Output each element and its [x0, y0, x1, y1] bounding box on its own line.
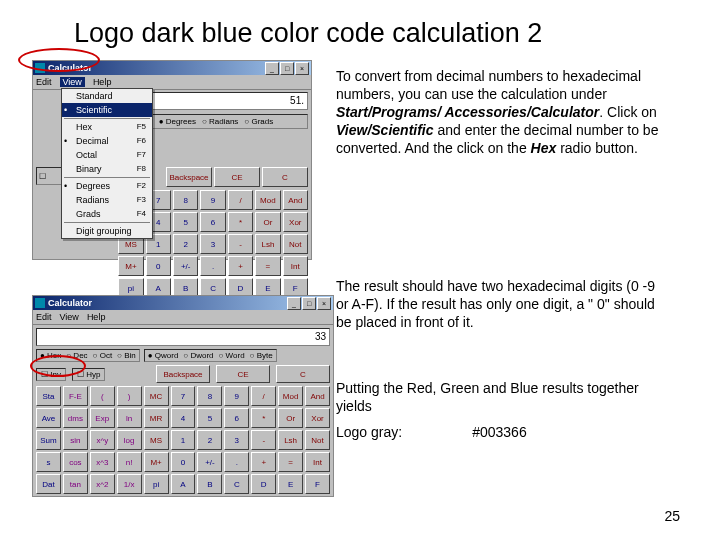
radio-qword[interactable]: Qword: [148, 351, 179, 360]
key-Xor[interactable]: Xor: [283, 212, 308, 232]
menu-item-decimal[interactable]: •DecimalF6: [62, 134, 152, 148]
close-icon[interactable]: ×: [295, 62, 309, 75]
key-1/x[interactable]: 1/x: [117, 474, 142, 494]
key-Int[interactable]: Int: [305, 452, 330, 472]
key-A[interactable]: A: [171, 474, 196, 494]
key-3[interactable]: 3: [224, 430, 249, 450]
key-C[interactable]: C: [224, 474, 249, 494]
maximize-icon[interactable]: □: [280, 62, 294, 75]
key-/[interactable]: /: [251, 386, 276, 406]
key-F[interactable]: F: [305, 474, 330, 494]
key-Lsh[interactable]: Lsh: [255, 234, 280, 254]
key-=[interactable]: =: [278, 452, 303, 472]
key-Exp[interactable]: Exp: [90, 408, 115, 428]
key-9[interactable]: 9: [224, 386, 249, 406]
radio-oct[interactable]: Oct: [93, 351, 113, 360]
key-x^3[interactable]: x^3: [90, 452, 115, 472]
key-/[interactable]: /: [228, 190, 253, 210]
key-cos[interactable]: cos: [63, 452, 88, 472]
key-E[interactable]: E: [278, 474, 303, 494]
key-7[interactable]: 7: [171, 386, 196, 406]
key-*[interactable]: *: [228, 212, 253, 232]
key-3[interactable]: 3: [200, 234, 225, 254]
ce-button[interactable]: CE: [214, 167, 260, 187]
backspace-button[interactable]: Backspace: [166, 167, 212, 187]
radio-dword[interactable]: Dword: [183, 351, 213, 360]
key-0[interactable]: 0: [146, 256, 171, 276]
key-Ave[interactable]: Ave: [36, 408, 61, 428]
menu-edit[interactable]: Edit: [36, 77, 52, 87]
radio-bin[interactable]: Bin: [117, 351, 136, 360]
menu-help[interactable]: Help: [93, 77, 112, 87]
key-*[interactable]: *: [251, 408, 276, 428]
menu-item-digit-grouping[interactable]: Digit grouping: [62, 224, 152, 238]
key-)[interactable]: ): [117, 386, 142, 406]
key-M+[interactable]: M+: [118, 256, 143, 276]
key-6[interactable]: 6: [224, 408, 249, 428]
key-Int[interactable]: Int: [283, 256, 308, 276]
key-1[interactable]: 1: [171, 430, 196, 450]
menu-view[interactable]: View: [60, 77, 85, 87]
close-icon[interactable]: ×: [317, 297, 331, 310]
key-2[interactable]: 2: [173, 234, 198, 254]
key-9[interactable]: 9: [200, 190, 225, 210]
key-And[interactable]: And: [283, 190, 308, 210]
menu-item-scientific[interactable]: •Scientific: [62, 103, 152, 117]
menu-item-binary[interactable]: BinaryF8: [62, 162, 152, 176]
key-Sta[interactable]: Sta: [36, 386, 61, 406]
key-+[interactable]: +: [251, 452, 276, 472]
key-8[interactable]: 8: [197, 386, 222, 406]
backspace-button[interactable]: Backspace: [156, 365, 210, 383]
radio-byte[interactable]: Byte: [250, 351, 273, 360]
key-Dat[interactable]: Dat: [36, 474, 61, 494]
radio-hex[interactable]: Hex: [40, 351, 61, 360]
menu-item-standard[interactable]: Standard: [62, 89, 152, 103]
key-x^y[interactable]: x^y: [90, 430, 115, 450]
key-MS[interactable]: MS: [144, 430, 169, 450]
key-x^2[interactable]: x^2: [90, 474, 115, 494]
key-Lsh[interactable]: Lsh: [278, 430, 303, 450]
key-Not[interactable]: Not: [305, 430, 330, 450]
menu-item-grads[interactable]: GradsF4: [62, 207, 152, 221]
key-([interactable]: (: [90, 386, 115, 406]
hyp-check[interactable]: ☐ Hyp: [72, 368, 105, 381]
menu-item-degrees[interactable]: •DegreesF2: [62, 179, 152, 193]
key-Xor[interactable]: Xor: [305, 408, 330, 428]
key-B[interactable]: B: [197, 474, 222, 494]
c-button[interactable]: C: [276, 365, 330, 383]
key-pi[interactable]: pi: [144, 474, 169, 494]
inv-check[interactable]: ☐ Inv: [36, 368, 66, 381]
key-M+[interactable]: M+: [144, 452, 169, 472]
key-Mod[interactable]: Mod: [255, 190, 280, 210]
minimize-icon[interactable]: _: [287, 297, 301, 310]
key-MC[interactable]: MC: [144, 386, 169, 406]
menu-item-radians[interactable]: RadiansF3: [62, 193, 152, 207]
key-And[interactable]: And: [305, 386, 330, 406]
menu-item-hex[interactable]: HexF5: [62, 120, 152, 134]
key-Not[interactable]: Not: [283, 234, 308, 254]
menu-view[interactable]: View: [60, 312, 79, 322]
ce-button[interactable]: CE: [216, 365, 270, 383]
menu-help[interactable]: Help: [87, 312, 106, 322]
key--[interactable]: -: [251, 430, 276, 450]
key-5[interactable]: 5: [173, 212, 198, 232]
key-sin[interactable]: sin: [63, 430, 88, 450]
radio-dec[interactable]: Dec: [66, 351, 87, 360]
key-0[interactable]: 0: [171, 452, 196, 472]
key-+[interactable]: +: [228, 256, 253, 276]
key-log[interactable]: log: [117, 430, 142, 450]
radio-word[interactable]: Word: [219, 351, 245, 360]
radio-grads[interactable]: Grads: [244, 117, 273, 126]
key-+/-[interactable]: +/-: [197, 452, 222, 472]
key-s[interactable]: s: [36, 452, 61, 472]
key-2[interactable]: 2: [197, 430, 222, 450]
c-button[interactable]: C: [262, 167, 308, 187]
key-8[interactable]: 8: [173, 190, 198, 210]
key-n![interactable]: n!: [117, 452, 142, 472]
key-MR[interactable]: MR: [144, 408, 169, 428]
minimize-icon[interactable]: _: [265, 62, 279, 75]
key-6[interactable]: 6: [200, 212, 225, 232]
key-4[interactable]: 4: [171, 408, 196, 428]
key-Sum[interactable]: Sum: [36, 430, 61, 450]
menu-item-octal[interactable]: OctalF7: [62, 148, 152, 162]
